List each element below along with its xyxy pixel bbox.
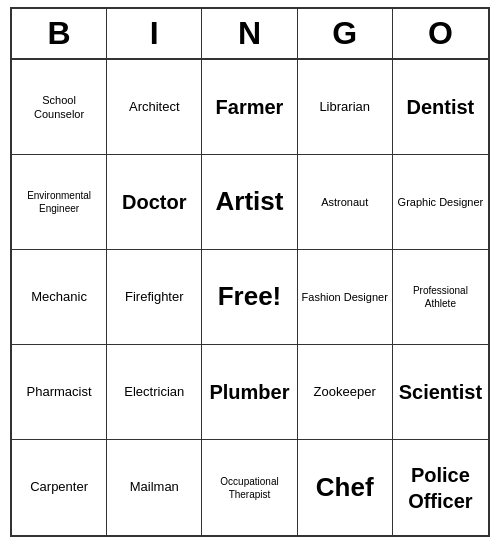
cell-label: Pharmacist: [27, 384, 92, 401]
bingo-cell: Firefighter: [107, 250, 202, 345]
bingo-cell: Farmer: [202, 60, 297, 155]
bingo-cell: Professional Athlete: [393, 250, 488, 345]
cell-label: Occupational Therapist: [206, 475, 292, 501]
bingo-cell: Artist: [202, 155, 297, 250]
cell-label: Artist: [216, 185, 284, 219]
cell-label: Librarian: [319, 99, 370, 116]
cell-label: Electrician: [124, 384, 184, 401]
bingo-cell: Fashion Designer: [298, 250, 393, 345]
cell-label: Architect: [129, 99, 180, 116]
bingo-card: BINGO School CounselorArchitectFarmerLib…: [10, 7, 490, 537]
bingo-cell: Pharmacist: [12, 345, 107, 440]
cell-label: Graphic Designer: [398, 195, 484, 209]
header-letter: I: [107, 9, 202, 58]
bingo-cell: Environmental Engineer: [12, 155, 107, 250]
bingo-cell: Scientist: [393, 345, 488, 440]
bingo-grid: School CounselorArchitectFarmerLibrarian…: [12, 60, 488, 535]
cell-label: Zookeeper: [314, 384, 376, 401]
cell-label: Mailman: [130, 479, 179, 496]
cell-label: Farmer: [216, 94, 284, 120]
cell-label: Police Officer: [397, 462, 484, 514]
header-letter: N: [202, 9, 297, 58]
bingo-cell: Doctor: [107, 155, 202, 250]
bingo-cell: Librarian: [298, 60, 393, 155]
bingo-cell: School Counselor: [12, 60, 107, 155]
cell-label: Chef: [316, 471, 374, 505]
bingo-cell: Zookeeper: [298, 345, 393, 440]
cell-label: Scientist: [399, 379, 482, 405]
bingo-cell: Dentist: [393, 60, 488, 155]
bingo-cell: Free!: [202, 250, 297, 345]
header-letter: G: [298, 9, 393, 58]
cell-label: Mechanic: [31, 289, 87, 306]
cell-label: School Counselor: [16, 93, 102, 122]
bingo-header: BINGO: [12, 9, 488, 60]
header-letter: O: [393, 9, 488, 58]
cell-label: Carpenter: [30, 479, 88, 496]
cell-label: Astronaut: [321, 195, 368, 209]
bingo-cell: Electrician: [107, 345, 202, 440]
cell-label: Fashion Designer: [302, 290, 388, 304]
bingo-cell: Chef: [298, 440, 393, 535]
bingo-cell: Graphic Designer: [393, 155, 488, 250]
bingo-cell: Police Officer: [393, 440, 488, 535]
bingo-cell: Astronaut: [298, 155, 393, 250]
cell-label: Professional Athlete: [397, 284, 484, 310]
bingo-cell: Occupational Therapist: [202, 440, 297, 535]
cell-label: Environmental Engineer: [16, 189, 102, 215]
cell-label: Firefighter: [125, 289, 184, 306]
bingo-cell: Architect: [107, 60, 202, 155]
bingo-cell: Carpenter: [12, 440, 107, 535]
bingo-cell: Plumber: [202, 345, 297, 440]
cell-label: Doctor: [122, 189, 186, 215]
bingo-cell: Mailman: [107, 440, 202, 535]
header-letter: B: [12, 9, 107, 58]
cell-label: Free!: [218, 280, 282, 314]
bingo-cell: Mechanic: [12, 250, 107, 345]
cell-label: Dentist: [406, 94, 474, 120]
cell-label: Plumber: [209, 379, 289, 405]
